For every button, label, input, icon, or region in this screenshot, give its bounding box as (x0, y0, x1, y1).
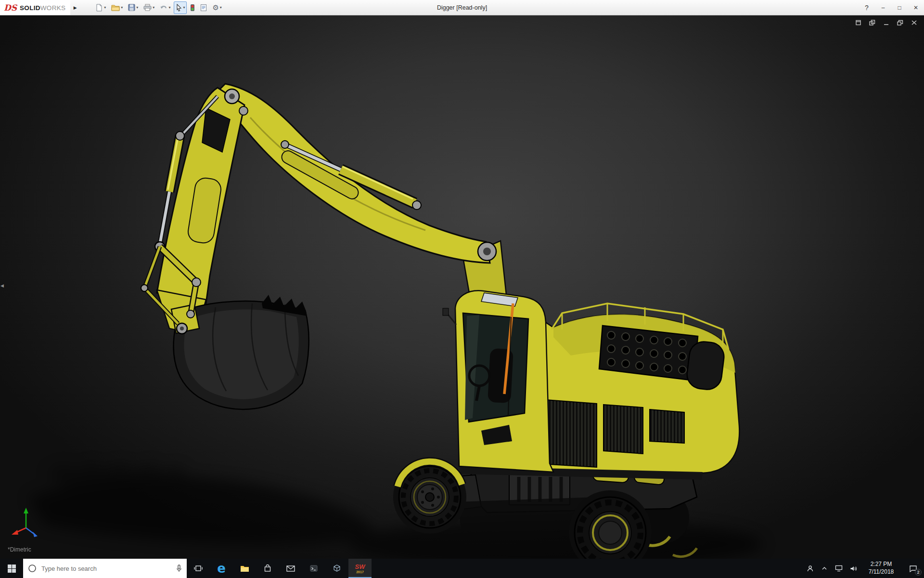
panel-collapse-tab[interactable]: ◀ (0, 281, 4, 290)
taskbar-search[interactable] (23, 559, 187, 578)
start-button[interactable] (0, 559, 23, 578)
save-button[interactable]: ▾ (126, 1, 140, 14)
options-button[interactable]: ⚙ ▾ (210, 1, 223, 14)
caret-up-icon (821, 566, 827, 570)
view-orientation-label: *Dimetric (8, 546, 31, 553)
rear-panel-window (685, 340, 725, 391)
minimize-icon[interactable] (883, 20, 889, 26)
solidworks-brand: DS SOLIDWORKS (0, 0, 70, 15)
store-icon (264, 565, 271, 572)
save-icon (128, 4, 135, 11)
dropdown-arrow[interactable]: ▾ (136, 5, 138, 10)
maximize-button[interactable]: □ (891, 0, 908, 15)
network-icon (835, 565, 843, 572)
command-prompt-icon (310, 565, 318, 572)
windows-logo-icon (8, 565, 16, 573)
restore-icon[interactable] (897, 20, 903, 26)
side-mirror (443, 308, 449, 315)
menu-flyout-arrow[interactable]: ▶ (70, 0, 80, 15)
undo-icon (160, 4, 167, 11)
dropdown-arrow[interactable]: ▾ (153, 5, 154, 10)
file-properties-icon (200, 4, 207, 12)
cab (443, 290, 553, 472)
task-view-icon (193, 565, 203, 572)
front-right-wheel (575, 497, 646, 559)
quick-toolbar: ▾ ▾ ▾ ▾ ▾ ▾ ⚙ ▾ (93, 0, 224, 15)
window-controls: ? – □ ✕ (859, 0, 924, 15)
help-button[interactable]: ? (859, 0, 875, 15)
solidworks-icon: SW 2017 (355, 564, 365, 574)
file-properties-button[interactable] (198, 1, 209, 14)
edge-button[interactable]: e (210, 559, 233, 578)
system-tray: 2:27 PM 7/11/2018 2 (803, 559, 924, 578)
rebuild-stoplight-icon (190, 4, 195, 12)
file-explorer-icon (240, 565, 249, 572)
brand-text-works: WORKS (40, 4, 66, 12)
orientation-triad[interactable] (10, 505, 43, 540)
command-prompt-button[interactable] (302, 559, 325, 578)
file-explorer-button[interactable] (233, 559, 256, 578)
search-input[interactable] (40, 565, 172, 573)
clock-time: 2:27 PM (871, 561, 892, 568)
print-button[interactable]: ▾ (141, 1, 156, 14)
taskbar-clock[interactable]: 2:27 PM 7/11/2018 (860, 559, 902, 578)
tray-overflow-button[interactable] (817, 559, 832, 578)
gear-icon: ⚙ (212, 4, 218, 11)
3d-viewer-button[interactable] (325, 559, 348, 578)
mail-icon (286, 565, 295, 572)
select-tool-button[interactable]: ▾ (174, 1, 187, 14)
volume-icon (850, 565, 857, 572)
microphone-icon[interactable] (176, 565, 182, 572)
edge-icon: e (217, 562, 226, 575)
undo-button[interactable]: ▾ (158, 1, 172, 14)
action-center-button[interactable]: 2 (902, 559, 924, 578)
cortana-icon (28, 564, 37, 573)
titlebar: DS SOLIDWORKS ▶ ▾ ▾ ▾ ▾ ▾ ▾ (0, 0, 924, 15)
open-document-button[interactable]: ▾ (109, 1, 125, 14)
solidworks-2017-button[interactable]: SW 2017 (348, 559, 372, 578)
minimize-button[interactable]: – (875, 0, 891, 15)
boom-arm (155, 84, 496, 334)
select-cursor-icon (176, 4, 182, 12)
new-document-button[interactable]: ▾ (93, 1, 108, 14)
new-window-icon[interactable] (855, 20, 861, 26)
ds-logo: DS (4, 3, 17, 13)
dropdown-arrow[interactable]: ▾ (168, 5, 170, 10)
new-document-icon (95, 4, 103, 12)
close-icon[interactable] (911, 20, 917, 26)
people-button[interactable] (803, 559, 817, 578)
excavator-model (29, 84, 763, 559)
mail-button[interactable] (279, 559, 302, 578)
dropdown-arrow[interactable]: ▾ (220, 5, 222, 10)
graphics-viewport: ◀ *Dimetric (0, 15, 924, 559)
volume-button[interactable] (846, 559, 860, 578)
open-folder-icon (111, 4, 120, 11)
rebuild-button[interactable] (188, 1, 197, 14)
dropdown-arrow[interactable]: ▾ (104, 5, 106, 10)
3d-viewport-canvas[interactable] (0, 15, 924, 559)
document-window-controls (855, 20, 917, 26)
people-icon (807, 565, 814, 572)
network-button[interactable] (832, 559, 846, 578)
task-view-button[interactable] (187, 559, 210, 578)
dropdown-arrow[interactable]: ▾ (121, 5, 123, 10)
close-button[interactable]: ✕ (908, 0, 924, 15)
notification-badge: 2 (915, 569, 922, 576)
clock-date: 7/11/2018 (869, 568, 894, 576)
windows-taskbar: e SW 2017 2:27 PM 7/11/20 (0, 559, 924, 578)
3d-viewer-icon (333, 565, 341, 572)
cascade-window-icon[interactable] (869, 20, 875, 26)
store-button[interactable] (256, 559, 279, 578)
dropdown-arrow[interactable]: ▾ (183, 5, 185, 10)
print-icon (143, 4, 152, 11)
brand-text-solid: SOLID (20, 4, 40, 12)
